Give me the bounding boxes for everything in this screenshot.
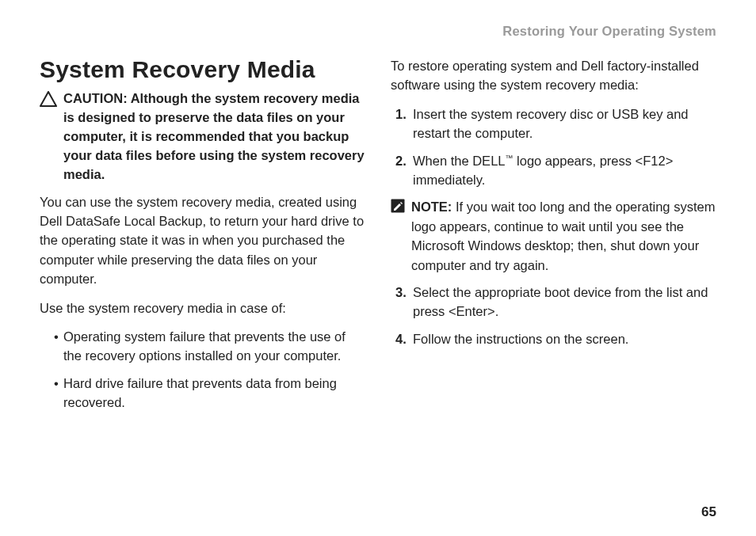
intro-paragraph: To restore operating system and Dell fac… xyxy=(391,56,716,95)
caution-text: CAUTION: Although the system recovery me… xyxy=(63,89,365,184)
numbered-steps-continued: Select the appropriate boot device from … xyxy=(391,283,716,348)
step-item: When the DELL™ logo appears, press <F12>… xyxy=(395,151,716,190)
left-column: System Recovery Media CAUTION: Although … xyxy=(40,56,365,504)
document-page: Restoring Your Operating System System R… xyxy=(0,0,756,536)
step-item: Select the appropriate boot device from … xyxy=(395,283,716,321)
caution-block: CAUTION: Although the system recovery me… xyxy=(40,89,365,184)
note-content: NOTE: If you wait too long and the opera… xyxy=(411,197,716,275)
step-item: Follow the instructions on the screen. xyxy=(395,329,716,348)
list-item: Operating system failure that prevents t… xyxy=(54,327,365,366)
caution-triangle-icon xyxy=(40,91,57,107)
caution-label: CAUTION: xyxy=(63,91,128,105)
running-header: Restoring Your Operating System xyxy=(40,24,716,39)
two-column-layout: System Recovery Media CAUTION: Although … xyxy=(40,56,716,504)
body-paragraph: Use the system recovery media in case of… xyxy=(40,298,365,317)
step-text-a: When the DELL xyxy=(413,154,505,168)
body-paragraph: You can use the system recovery media, c… xyxy=(40,192,365,289)
note-label: NOTE: xyxy=(411,200,452,214)
list-item: Hard drive failure that prevents data fr… xyxy=(54,374,365,412)
bullet-list: Operating system failure that prevents t… xyxy=(40,327,365,412)
note-block: NOTE: If you wait too long and the opera… xyxy=(391,197,716,275)
note-body: If you wait too long and the operating s… xyxy=(411,200,715,272)
svg-marker-0 xyxy=(40,92,56,106)
right-column: To restore operating system and Dell fac… xyxy=(391,56,716,504)
numbered-steps: Insert the system recovery disc or USB k… xyxy=(391,105,716,190)
page-number: 65 xyxy=(40,504,716,520)
step-item: Insert the system recovery disc or USB k… xyxy=(395,105,716,143)
trademark-symbol: ™ xyxy=(505,153,513,162)
note-pencil-icon xyxy=(391,199,405,213)
section-title: System Recovery Media xyxy=(40,56,365,83)
